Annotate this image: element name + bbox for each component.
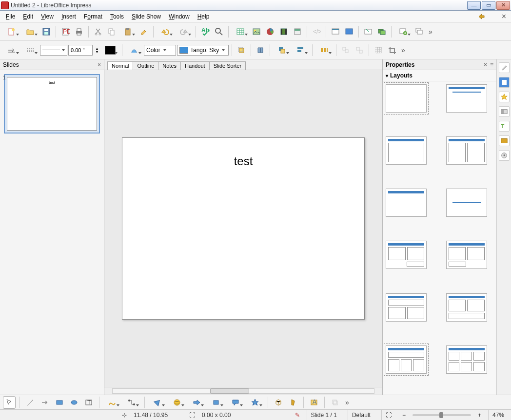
fill-mode-select[interactable]: Color — [144, 45, 176, 56]
tab-outline[interactable]: Outline — [133, 61, 158, 70]
open-button[interactable] — [21, 25, 39, 38]
line-tool[interactable] — [24, 396, 37, 409]
undo-button[interactable] — [157, 25, 174, 38]
layout-title-only[interactable] — [386, 189, 427, 217]
minimize-button[interactable]: — — [467, 1, 481, 10]
3d-tool[interactable] — [272, 396, 285, 409]
arrange-button[interactable] — [273, 44, 291, 57]
slide-canvas-viewport[interactable]: test — [104, 70, 382, 387]
line-color-button[interactable] — [101, 44, 119, 57]
paste-button[interactable] — [119, 25, 137, 38]
group-button[interactable] — [339, 44, 352, 57]
horizontal-scrollbar[interactable] — [104, 387, 382, 395]
print-button[interactable] — [73, 25, 85, 38]
block-arrows-tool[interactable] — [188, 396, 205, 409]
rectangle-tool[interactable] — [53, 396, 66, 409]
new-button[interactable] — [3, 25, 20, 38]
zoom-in-button[interactable]: + — [478, 412, 481, 419]
animation-button[interactable] — [375, 25, 388, 38]
layout-two-stack[interactable] — [446, 293, 487, 322]
menu-format[interactable]: Format — [80, 12, 106, 21]
layout-six[interactable] — [446, 345, 487, 374]
select-tool[interactable] — [3, 396, 16, 409]
symbol-shapes-tool[interactable] — [168, 396, 186, 409]
start-slideshow-button[interactable] — [343, 25, 355, 38]
slide-master-button[interactable] — [329, 25, 342, 38]
sidebar-settings-icon[interactable] — [499, 62, 510, 73]
arrow-tool[interactable] — [39, 396, 51, 409]
flip-button[interactable] — [254, 44, 267, 57]
save-button[interactable] — [40, 25, 53, 38]
grid-button[interactable] — [372, 44, 385, 57]
menu-window[interactable]: Window — [165, 12, 194, 21]
layout-two-content[interactable] — [446, 136, 487, 165]
toolbar-overflow[interactable]: » — [429, 28, 432, 36]
menu-edit[interactable]: Edit — [19, 12, 37, 21]
crop-button[interactable] — [386, 44, 398, 57]
layout-blank[interactable] — [386, 84, 427, 113]
copy-button[interactable] — [105, 25, 118, 38]
line-width-input[interactable]: 0.00 " — [68, 45, 93, 56]
zoom-out-button[interactable]: − — [402, 412, 406, 419]
insert-media-button[interactable] — [277, 25, 290, 38]
layout-two-one[interactable] — [386, 241, 427, 269]
maximize-button[interactable]: ▭ — [482, 1, 495, 10]
tab-notes[interactable]: Notes — [158, 61, 181, 70]
area-style-button[interactable] — [125, 44, 143, 57]
clone-format-button[interactable] — [138, 25, 150, 38]
properties-menu-icon[interactable]: ≡ — [490, 61, 493, 68]
tab-slidesorter[interactable]: Slide Sorter — [209, 61, 246, 70]
connector-tool[interactable] — [123, 396, 140, 409]
cut-button[interactable] — [92, 25, 104, 38]
insert-chart-button[interactable] — [264, 25, 276, 38]
layouts-section-header[interactable]: ▾ Layouts — [383, 70, 496, 81]
line-style2-button[interactable] — [21, 44, 39, 57]
hyperlink-button[interactable]: </> — [310, 25, 323, 38]
sidebar-navigator-icon[interactable] — [499, 150, 510, 161]
toolbar2-overflow[interactable]: » — [401, 46, 405, 54]
layout-stack-two[interactable] — [386, 293, 427, 322]
status-signature-icon[interactable]: ✎ — [295, 412, 300, 419]
slide-thumbnail-1[interactable]: test — [4, 74, 100, 134]
zoom-button[interactable] — [213, 25, 225, 38]
callouts-tool[interactable] — [227, 396, 244, 409]
textbox-tool[interactable]: T — [82, 396, 95, 409]
export-pdf-button[interactable]: PDF — [59, 25, 72, 38]
slide-canvas[interactable]: test — [122, 137, 365, 320]
slide-button[interactable] — [362, 25, 374, 38]
layout-title[interactable] — [446, 84, 487, 113]
align-button[interactable] — [292, 44, 309, 57]
insert-object-button[interactable] — [291, 25, 304, 38]
sidebar-star-icon[interactable] — [499, 92, 510, 102]
menu-help[interactable]: Help — [194, 12, 214, 21]
curve-tool[interactable] — [103, 396, 121, 409]
flowchart-tool[interactable] — [207, 396, 225, 409]
close-properties-panel[interactable]: × — [484, 61, 487, 68]
spellcheck-button[interactable]: Abc — [199, 25, 212, 38]
close-slides-panel[interactable]: × — [98, 61, 101, 68]
ungroup-button[interactable] — [353, 44, 366, 57]
layout-title-content[interactable] — [386, 136, 427, 165]
line-style-select[interactable] — [40, 45, 67, 56]
sidebar-properties-icon[interactable] — [499, 77, 510, 88]
fontwork-tool[interactable]: A — [308, 396, 320, 409]
sidebar-animation-icon[interactable] — [499, 135, 510, 146]
duplicate-slide-button[interactable] — [413, 25, 426, 38]
zoom-percent[interactable]: 47% — [488, 410, 508, 420]
arrow-style-button[interactable] — [3, 44, 20, 57]
close-window-button[interactable]: ✕ — [496, 1, 510, 10]
glue-tool[interactable] — [287, 396, 299, 409]
insert-image-button[interactable] — [250, 25, 263, 38]
menu-view[interactable]: View — [37, 12, 58, 21]
menu-tools[interactable]: Tools — [106, 12, 128, 21]
layout-centered[interactable] — [446, 189, 487, 217]
fill-color-select[interactable]: Tango: Sky — [177, 45, 229, 56]
status-style[interactable]: Default — [348, 410, 374, 420]
sidebar-gallery-icon[interactable] — [499, 106, 510, 117]
fit-slide-button[interactable]: ⛶ — [381, 410, 395, 420]
tab-handout[interactable]: Handout — [180, 61, 210, 70]
menu-insert[interactable]: Insert — [58, 12, 80, 21]
table-button[interactable] — [232, 25, 249, 38]
stars-tool[interactable] — [246, 396, 264, 409]
new-slide-button[interactable] — [394, 25, 412, 38]
